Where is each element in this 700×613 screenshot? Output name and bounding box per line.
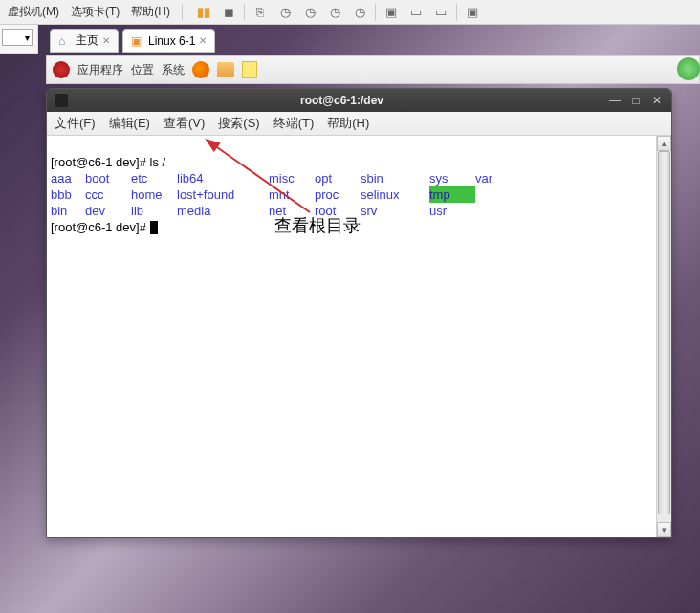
dir-item: opt	[315, 170, 361, 186]
dir-item: mnt	[269, 186, 315, 203]
dir-item: var	[475, 170, 492, 186]
terminal-output: [root@c6-1 dev]# ls / aaabbbbinbootcccde…	[47, 136, 671, 253]
term-menu-help[interactable]: 帮助(H)	[327, 115, 369, 132]
dir-item: srv	[361, 203, 429, 219]
divider	[244, 4, 245, 21]
annotation-text: 查看根目录	[274, 218, 361, 234]
gnome-applications[interactable]: 应用程序	[77, 62, 123, 78]
terminal-scrollbar[interactable]: ▴ ▾	[656, 136, 671, 537]
workspace-tabs: ⌂ 主页 ✕ ▣ Linux 6-1 ✕	[50, 29, 215, 53]
prompt: [root@c6-1 dev]#	[51, 155, 150, 169]
clock2-icon[interactable]: ◷	[300, 3, 319, 22]
gnome-panel: 应用程序 位置 系统	[46, 55, 700, 84]
dir-item: lost+found	[177, 186, 269, 203]
divider	[456, 4, 457, 21]
prompt: [root@c6-1 dev]#	[51, 220, 150, 234]
cursor	[150, 221, 158, 234]
sidebar-dropdown[interactable]: ▾	[2, 29, 33, 46]
dir-item: selinux	[361, 186, 429, 203]
view3-icon[interactable]: ▭	[431, 3, 450, 22]
dir-item: sbin	[361, 170, 429, 186]
view1-icon[interactable]: ▣	[382, 3, 401, 22]
scroll-up-icon[interactable]: ▴	[657, 136, 671, 151]
vm-icon: ▣	[131, 34, 144, 48]
firefox-icon[interactable]	[192, 61, 209, 78]
dir-item: lib	[131, 203, 177, 219]
dir-item: usr	[429, 203, 475, 219]
pause-icon[interactable]: ▮▮	[194, 3, 213, 22]
dir-item: proc	[315, 186, 361, 203]
redhat-icon[interactable]	[53, 61, 70, 78]
files-icon[interactable]	[217, 62, 234, 77]
dir-item: dev	[85, 203, 131, 219]
scroll-down-icon[interactable]: ▾	[657, 522, 671, 537]
term-menu-edit[interactable]: 编辑(E)	[109, 115, 150, 132]
vm-menu-tabs[interactable]: 选项卡(T)	[71, 4, 120, 20]
window-controls: — □ ✕	[608, 94, 664, 107]
stop-icon[interactable]: ◼	[219, 3, 238, 22]
terminal-window: root@c6-1:/dev — □ ✕ 文件(F) 编辑(E) 查看(V) 搜…	[46, 88, 672, 538]
tab-home-label: 主页	[76, 33, 98, 49]
command: ls /	[150, 155, 166, 169]
dir-item: misc	[269, 170, 315, 186]
divider	[182, 4, 183, 21]
dir-item: sys	[429, 170, 475, 186]
terminal-title: root@c6-1:/dev	[76, 94, 608, 107]
gnome-system[interactable]: 系统	[162, 62, 185, 78]
divider	[375, 4, 376, 21]
activity-icon[interactable]	[677, 57, 700, 80]
terminal-titlebar[interactable]: root@c6-1:/dev — □ ✕	[47, 89, 671, 112]
tab-close-icon[interactable]: ✕	[199, 35, 207, 46]
tab-linux[interactable]: ▣ Linux 6-1 ✕	[122, 29, 215, 53]
term-menu-search[interactable]: 搜索(S)	[218, 115, 259, 132]
dir-item: boot	[85, 170, 131, 186]
dir-item: bbb	[51, 186, 85, 203]
dir-item: media	[177, 203, 269, 219]
view2-icon[interactable]: ▭	[406, 3, 426, 22]
dir-item-tmp: tmp	[429, 186, 475, 203]
vm-menu-help[interactable]: 帮助(H)	[131, 4, 170, 20]
close-icon[interactable]: ✕	[650, 94, 664, 107]
dir-item: aaa	[51, 170, 85, 186]
dir-item: bin	[51, 203, 85, 219]
home-icon: ⌂	[58, 34, 72, 48]
vm-menu-machine[interactable]: 虚拟机(M)	[8, 4, 59, 20]
terminal-icon	[55, 94, 68, 107]
clock4-icon[interactable]: ◷	[350, 3, 369, 22]
tab-linux-label: Linux 6-1	[148, 34, 195, 48]
vm-menubar: 虚拟机(M) 选项卡(T) 帮助(H) ▮▮ ◼ ⎘ ◷ ◷ ◷ ◷ ▣ ▭ ▭…	[0, 0, 700, 25]
term-menu-terminal[interactable]: 终端(T)	[273, 115, 315, 132]
dir-item: ccc	[85, 186, 131, 203]
dir-item: etc	[131, 170, 177, 186]
term-menu-view[interactable]: 查看(V)	[164, 115, 205, 132]
clock3-icon[interactable]: ◷	[325, 3, 344, 22]
vm-toolbar: ▮▮ ◼ ⎘ ◷ ◷ ◷ ◷ ▣ ▭ ▭ ▣	[194, 3, 482, 22]
snapshot-icon[interactable]: ⎘	[251, 3, 270, 22]
notes-icon[interactable]	[242, 61, 257, 78]
terminal-body[interactable]: [root@c6-1 dev]# ls / aaabbbbinbootcccde…	[47, 136, 671, 537]
dir-item: lib64	[177, 170, 269, 186]
term-menu-file[interactable]: 文件(F)	[55, 115, 96, 132]
maximize-icon[interactable]: □	[629, 94, 643, 107]
tab-home[interactable]: ⌂ 主页 ✕	[50, 29, 119, 53]
dir-item: home	[131, 186, 177, 203]
ls-output: aaabbbbinbootcccdevetchomeliblib64lost+f…	[51, 170, 667, 219]
tab-close-icon[interactable]: ✕	[102, 35, 110, 46]
terminal-menubar: 文件(F) 编辑(E) 查看(V) 搜索(S) 终端(T) 帮助(H)	[47, 112, 671, 136]
fullscreen-icon[interactable]: ▣	[463, 3, 482, 22]
scroll-thumb[interactable]	[658, 151, 670, 514]
clock-icon[interactable]: ◷	[275, 3, 295, 22]
gnome-places[interactable]: 位置	[131, 62, 154, 78]
minimize-icon[interactable]: —	[608, 94, 622, 107]
